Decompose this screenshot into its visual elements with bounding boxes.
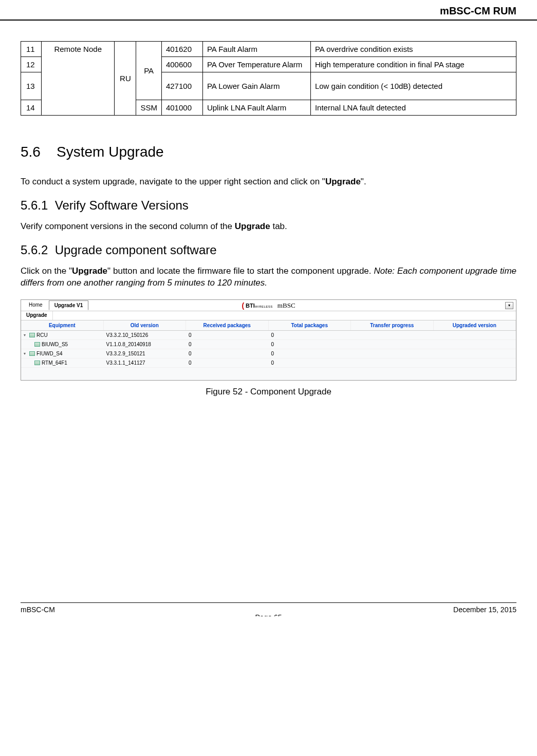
table-row: 11 Remote Node RU PA 401620 PA Fault Ala…	[21, 42, 516, 57]
section-heading-5-6-1: 5.6.1 Verify Software Versions	[21, 198, 516, 213]
tab-upgrade[interactable]: Upgrade V1	[49, 300, 89, 310]
list-item[interactable]: ▾FIUWD_S4 V3.3.2.9_150121 0 0	[21, 349, 516, 358]
col-oldversion: Old version	[104, 320, 187, 330]
code-cell: 401000	[161, 100, 202, 116]
row-num: 11	[21, 42, 42, 57]
node-cell: Remote Node	[42, 42, 115, 116]
screenshot-tabs: Home Upgrade V1	[21, 300, 88, 310]
chevron-down-icon[interactable]: ▾	[24, 333, 28, 337]
figure-caption: Figure 52 - Component Upgrade	[21, 387, 516, 397]
list-item[interactable]: RTM_64F1 V3.3.1.1_141127 0 0	[21, 358, 516, 368]
alarm-table: 11 Remote Node RU PA 401620 PA Fault Ala…	[21, 41, 516, 116]
device-icon	[34, 342, 40, 347]
screenshot-subtabs: Upgrade	[21, 311, 516, 320]
code-cell: 400600	[161, 57, 202, 72]
col-progress: Transfer progress	[351, 320, 434, 330]
device-icon	[29, 351, 35, 356]
dev-cell: RU	[115, 42, 136, 116]
section-heading-5-6-2: 5.6.2 Upgrade component software	[21, 243, 516, 257]
logo-arc-icon: (	[242, 301, 244, 310]
col-equipment: Equipment	[21, 320, 104, 330]
code-cell: 427100	[161, 72, 202, 100]
subtab-upgrade[interactable]: Upgrade	[21, 311, 53, 320]
section-heading-5-6: 5.6 System Upgrade	[21, 144, 516, 160]
col-upgraded: Upgraded version	[434, 320, 516, 330]
screenshot-column-headers: Equipment Old version Received packages …	[21, 320, 516, 331]
col-total: Total packages	[269, 320, 351, 330]
section-5-6-1-text: Verify component versions in the second …	[21, 220, 516, 233]
name-cell: PA Lower Gain Alarm	[202, 72, 310, 100]
section-5-6-intro: To conduct a system upgrade, navigate to…	[21, 176, 516, 188]
name-cell: PA Fault Alarm	[202, 42, 310, 57]
desc-cell: Low gain condition (< 10dB) detected	[310, 72, 516, 100]
subsection-title: Upgrade component software	[55, 243, 217, 257]
footer-page: Page 65	[255, 613, 282, 616]
subsection-number: 5.6.1	[21, 198, 48, 212]
footer-right: December 15, 2015	[453, 606, 516, 614]
subsection-title: Verify Software Versions	[55, 198, 189, 212]
tab-home[interactable]: Home	[24, 300, 48, 310]
code-cell: 401620	[161, 42, 202, 57]
device-icon	[34, 361, 40, 365]
logo: ( BTIWIRELESS mBSC	[242, 301, 295, 310]
section-5-6-2-text: Click on the "Upgrade" button and locate…	[21, 265, 516, 290]
row-num: 14	[21, 100, 42, 116]
desc-cell: High temperature condition in final PA s…	[310, 57, 516, 72]
row-num: 12	[21, 57, 42, 72]
list-item[interactable]: BIUWD_S5 V1.1.0.8_20140918 0 0	[21, 340, 516, 349]
page-header: mBSC-CM RUM	[0, 0, 537, 21]
footer-left: mBSC-CM	[21, 606, 55, 614]
sub-cell: PA	[136, 42, 162, 100]
list-item[interactable]: ▾RCU V3.3.2.10_150126 0 0	[21, 331, 516, 340]
col-received: Received packages	[186, 320, 269, 330]
screenshot-body: ▾RCU V3.3.2.10_150126 0 0 BIUWD_S5 V1.1.…	[21, 331, 516, 380]
page-content: 11 Remote Node RU PA 401620 PA Fault Ala…	[0, 21, 537, 407]
page-footer: mBSC-CM December 15, 2015 Page 65	[21, 602, 516, 616]
chevron-down-icon[interactable]: ▾	[24, 351, 28, 356]
name-cell: PA Over Temperature Alarm	[202, 57, 310, 72]
upgrade-screenshot: Home Upgrade V1 ( BTIWIRELESS mBSC ▾ Upg…	[21, 299, 516, 381]
dropdown-icon[interactable]: ▾	[505, 302, 513, 309]
screenshot-topbar: Home Upgrade V1 ( BTIWIRELESS mBSC ▾	[21, 300, 516, 311]
desc-cell: Internal LNA fault detected	[310, 100, 516, 116]
section-number: 5.6	[21, 144, 41, 160]
header-title: mBSC-CM RUM	[440, 5, 516, 16]
row-num: 13	[21, 72, 42, 100]
section-title: System Upgrade	[57, 144, 164, 160]
desc-cell: PA overdrive condition exists	[310, 42, 516, 57]
sub-cell: SSM	[136, 100, 162, 116]
device-icon	[29, 333, 35, 337]
name-cell: Uplink LNA Fault Alarm	[202, 100, 310, 116]
subsection-number: 5.6.2	[21, 243, 48, 257]
